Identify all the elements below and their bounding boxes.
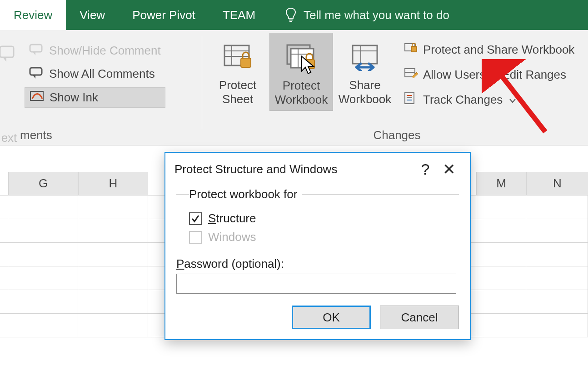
protect-structure-dialog: Protect Structure and Windows ? ✕ Protec… xyxy=(164,152,471,340)
changes-group-label: Changes xyxy=(206,128,588,145)
track-changes-icon xyxy=(404,92,419,108)
dropdown-icon xyxy=(509,93,516,107)
svg-rect-4 xyxy=(30,68,42,75)
protect-workbook-button[interactable]: Protect Workbook xyxy=(269,33,333,111)
windows-label: Windows xyxy=(208,230,256,244)
protect-sheet-icon xyxy=(222,41,254,73)
dialog-help-button[interactable]: ? xyxy=(414,160,437,178)
share-workbook-label-2: Workbook xyxy=(339,92,392,106)
column-header-g[interactable]: G xyxy=(8,172,78,196)
dialog-title: Protect Structure and Windows xyxy=(174,162,414,176)
windows-checkbox-row: Windows xyxy=(189,230,459,244)
delete-comment-button-partial[interactable] xyxy=(0,44,16,72)
show-hide-comment-label: Show/Hide Comment xyxy=(49,44,161,58)
password-input[interactable] xyxy=(176,274,456,294)
tab-view[interactable]: View xyxy=(66,0,119,30)
tab-team[interactable]: TEAM xyxy=(209,0,269,30)
ink-icon xyxy=(30,90,45,105)
delete-comment-label-partial: ext xyxy=(1,131,17,145)
column-header-h[interactable]: H xyxy=(78,172,148,196)
structure-checkbox-row[interactable]: Structure xyxy=(189,211,459,226)
comment-toggle-icon xyxy=(29,43,45,59)
protect-workbook-label-2: Workbook xyxy=(275,93,328,107)
protect-sheet-button[interactable]: Protect Sheet xyxy=(206,33,269,110)
protect-workbook-for-legend: Protect workbook for xyxy=(189,187,302,201)
svg-rect-2 xyxy=(0,46,14,57)
tab-power-pivot[interactable]: Power Pivot xyxy=(119,0,209,30)
ribbon-tab-strip: Review View Power Pivot TEAM Tell me wha… xyxy=(0,0,588,30)
svg-rect-15 xyxy=(304,60,314,69)
track-changes-button[interactable]: Track Changes xyxy=(404,91,574,109)
allow-users-label: Allow Users to Edit Ranges xyxy=(423,68,566,82)
svg-rect-16 xyxy=(353,45,377,64)
show-hide-comment-button[interactable]: Show/Hide Comment xyxy=(25,41,165,60)
protect-workbook-for-group: Protect workbook for Structure Windows xyxy=(176,187,459,249)
structure-label: Structure xyxy=(208,211,256,226)
password-label: Password (optional): xyxy=(176,257,459,271)
edit-ranges-icon xyxy=(404,67,419,83)
show-all-comments-button[interactable]: Show All Comments xyxy=(25,64,165,84)
tell-me-placeholder: Tell me what you want to do xyxy=(304,8,449,22)
share-workbook-button[interactable]: Share Workbook xyxy=(333,33,397,110)
tell-me-search[interactable]: Tell me what you want to do xyxy=(269,0,449,30)
track-changes-label: Track Changes xyxy=(423,93,503,107)
protect-sheet-label-2: Sheet xyxy=(222,92,253,106)
windows-checkbox xyxy=(189,231,202,244)
column-header-n[interactable]: N xyxy=(526,172,588,196)
protect-sheet-label-1: Protect xyxy=(219,78,256,92)
show-ink-button[interactable]: Show Ink xyxy=(25,87,165,108)
share-workbook-label-1: Share xyxy=(349,78,380,92)
protect-workbook-label-1: Protect xyxy=(283,79,320,93)
protect-workbook-icon xyxy=(285,41,317,73)
ribbon-body: ext Show/Hide Comment Show All Comments xyxy=(0,30,588,145)
svg-rect-10 xyxy=(241,58,251,67)
comment-all-icon xyxy=(29,66,45,82)
dialog-close-button[interactable]: ✕ xyxy=(437,160,461,178)
allow-users-edit-ranges-button[interactable]: Allow Users to Edit Ranges xyxy=(404,66,574,84)
column-header-m[interactable]: M xyxy=(476,172,526,196)
structure-checkbox[interactable] xyxy=(189,212,202,225)
show-ink-label: Show Ink xyxy=(50,90,98,105)
protect-share-icon xyxy=(404,42,419,58)
svg-rect-3 xyxy=(30,45,42,52)
comments-group-label-partial: ments xyxy=(18,128,198,145)
share-workbook-icon xyxy=(349,41,381,73)
cancel-button[interactable]: Cancel xyxy=(380,306,459,329)
tab-review[interactable]: Review xyxy=(0,0,66,30)
protect-share-label: Protect and Share Workbook xyxy=(423,43,574,57)
lightbulb-icon xyxy=(284,7,297,23)
group-separator xyxy=(202,36,202,129)
ok-button[interactable]: OK xyxy=(292,306,371,329)
show-all-comments-label: Show All Comments xyxy=(49,67,155,81)
svg-rect-20 xyxy=(411,46,417,52)
protect-share-workbook-button[interactable]: Protect and Share Workbook xyxy=(404,41,574,59)
